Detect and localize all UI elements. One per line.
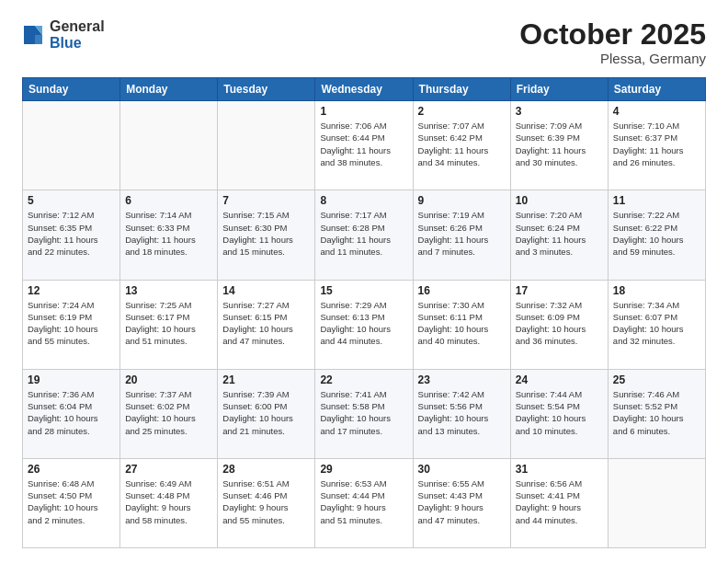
calendar-week-4: 19Sunrise: 7:36 AM Sunset: 6:04 PM Dayli… <box>23 369 706 458</box>
day-number: 12 <box>28 284 115 297</box>
calendar-cell: 15Sunrise: 7:29 AM Sunset: 6:13 PM Dayli… <box>315 280 413 369</box>
day-number: 26 <box>28 463 115 476</box>
day-number: 6 <box>125 194 212 207</box>
day-info: Sunrise: 7:19 AM Sunset: 6:26 PM Dayligh… <box>418 209 506 258</box>
calendar-cell <box>218 101 315 190</box>
logo: General Blue <box>22 18 105 51</box>
day-number: 19 <box>28 373 115 386</box>
day-number: 22 <box>320 373 407 386</box>
day-number: 25 <box>613 373 700 386</box>
day-number: 11 <box>613 194 700 207</box>
day-number: 18 <box>613 284 700 297</box>
day-info: Sunrise: 7:12 AM Sunset: 6:35 PM Dayligh… <box>28 209 115 258</box>
day-info: Sunrise: 7:39 AM Sunset: 6:00 PM Dayligh… <box>222 388 310 437</box>
day-info: Sunrise: 7:37 AM Sunset: 6:02 PM Dayligh… <box>125 388 212 437</box>
calendar-cell: 16Sunrise: 7:30 AM Sunset: 6:11 PM Dayli… <box>413 280 510 369</box>
day-info: Sunrise: 6:49 AM Sunset: 4:48 PM Dayligh… <box>125 477 212 526</box>
logo-blue-text: Blue <box>50 35 105 52</box>
calendar-cell: 24Sunrise: 7:44 AM Sunset: 5:54 PM Dayli… <box>510 369 608 458</box>
calendar-cell: 10Sunrise: 7:20 AM Sunset: 6:24 PM Dayli… <box>510 190 608 280</box>
logo-general-text: General <box>50 18 105 35</box>
day-info: Sunrise: 7:36 AM Sunset: 6:04 PM Dayligh… <box>28 388 115 437</box>
day-number: 3 <box>516 105 603 118</box>
day-number: 9 <box>418 194 506 207</box>
day-info: Sunrise: 7:14 AM Sunset: 6:33 PM Dayligh… <box>125 209 212 258</box>
calendar-week-5: 26Sunrise: 6:48 AM Sunset: 4:50 PM Dayli… <box>23 458 706 547</box>
logo-text: General Blue <box>50 18 105 51</box>
day-info: Sunrise: 7:06 AM Sunset: 6:44 PM Dayligh… <box>320 120 407 168</box>
calendar-cell: 7Sunrise: 7:15 AM Sunset: 6:30 PM Daylig… <box>218 190 315 280</box>
day-number: 24 <box>516 373 603 386</box>
day-info: Sunrise: 6:55 AM Sunset: 4:43 PM Dayligh… <box>418 477 506 526</box>
day-info: Sunrise: 6:51 AM Sunset: 4:46 PM Dayligh… <box>222 477 310 526</box>
svg-marker-2 <box>35 35 42 44</box>
calendar-cell: 6Sunrise: 7:14 AM Sunset: 6:33 PM Daylig… <box>120 190 218 280</box>
day-number: 30 <box>418 463 506 476</box>
day-number: 23 <box>418 373 506 386</box>
calendar-cell: 3Sunrise: 7:09 AM Sunset: 6:39 PM Daylig… <box>510 101 608 190</box>
day-number: 5 <box>28 194 115 207</box>
day-info: Sunrise: 7:41 AM Sunset: 5:58 PM Dayligh… <box>320 388 407 437</box>
weekday-header-row: SundayMondayTuesdayWednesdayThursdayFrid… <box>23 78 706 101</box>
calendar-cell: 1Sunrise: 7:06 AM Sunset: 6:44 PM Daylig… <box>315 101 413 190</box>
day-number: 10 <box>516 194 603 207</box>
day-info: Sunrise: 7:24 AM Sunset: 6:19 PM Dayligh… <box>28 299 115 348</box>
day-info: Sunrise: 7:09 AM Sunset: 6:39 PM Dayligh… <box>516 120 603 168</box>
day-info: Sunrise: 7:07 AM Sunset: 6:42 PM Dayligh… <box>418 120 506 168</box>
weekday-header-sunday: Sunday <box>23 78 120 101</box>
calendar-week-1: 1Sunrise: 7:06 AM Sunset: 6:44 PM Daylig… <box>23 101 706 190</box>
day-number: 31 <box>516 463 603 476</box>
calendar-cell: 23Sunrise: 7:42 AM Sunset: 5:56 PM Dayli… <box>413 369 510 458</box>
calendar-cell: 4Sunrise: 7:10 AM Sunset: 6:37 PM Daylig… <box>608 101 705 190</box>
calendar-cell: 17Sunrise: 7:32 AM Sunset: 6:09 PM Dayli… <box>510 280 608 369</box>
day-number: 8 <box>320 194 407 207</box>
calendar-cell: 18Sunrise: 7:34 AM Sunset: 6:07 PM Dayli… <box>608 280 705 369</box>
day-info: Sunrise: 7:20 AM Sunset: 6:24 PM Dayligh… <box>516 209 603 258</box>
calendar-cell: 19Sunrise: 7:36 AM Sunset: 6:04 PM Dayli… <box>23 369 120 458</box>
day-info: Sunrise: 7:27 AM Sunset: 6:15 PM Dayligh… <box>222 299 310 348</box>
day-number: 13 <box>125 284 212 297</box>
day-info: Sunrise: 7:25 AM Sunset: 6:17 PM Dayligh… <box>125 299 212 348</box>
calendar-cell: 26Sunrise: 6:48 AM Sunset: 4:50 PM Dayli… <box>23 458 120 547</box>
calendar-cell: 20Sunrise: 7:37 AM Sunset: 6:02 PM Dayli… <box>120 369 218 458</box>
day-info: Sunrise: 7:42 AM Sunset: 5:56 PM Dayligh… <box>418 388 506 437</box>
day-info: Sunrise: 7:30 AM Sunset: 6:11 PM Dayligh… <box>418 299 506 348</box>
calendar-cell: 30Sunrise: 6:55 AM Sunset: 4:43 PM Dayli… <box>413 458 510 547</box>
day-number: 16 <box>418 284 506 297</box>
day-info: Sunrise: 7:44 AM Sunset: 5:54 PM Dayligh… <box>516 388 603 437</box>
day-info: Sunrise: 7:34 AM Sunset: 6:07 PM Dayligh… <box>613 299 700 348</box>
calendar-cell <box>23 101 120 190</box>
day-number: 14 <box>222 284 310 297</box>
calendar-cell <box>608 458 705 547</box>
weekday-header-thursday: Thursday <box>413 78 510 101</box>
day-info: Sunrise: 6:53 AM Sunset: 4:44 PM Dayligh… <box>320 477 407 526</box>
day-number: 15 <box>320 284 407 297</box>
day-info: Sunrise: 7:10 AM Sunset: 6:37 PM Dayligh… <box>613 120 700 168</box>
calendar-cell: 11Sunrise: 7:22 AM Sunset: 6:22 PM Dayli… <box>608 190 705 280</box>
weekday-header-tuesday: Tuesday <box>218 78 315 101</box>
day-info: Sunrise: 7:15 AM Sunset: 6:30 PM Dayligh… <box>222 209 310 258</box>
weekday-header-saturday: Saturday <box>608 78 705 101</box>
day-number: 27 <box>125 463 212 476</box>
calendar-cell: 21Sunrise: 7:39 AM Sunset: 6:00 PM Dayli… <box>218 369 315 458</box>
logo-icon <box>22 22 44 48</box>
calendar-week-2: 5Sunrise: 7:12 AM Sunset: 6:35 PM Daylig… <box>23 190 706 280</box>
title-block: October 2025 Plessa, Germany <box>519 18 706 66</box>
calendar-cell <box>120 101 218 190</box>
day-number: 21 <box>222 373 310 386</box>
location-text: Plessa, Germany <box>519 51 706 66</box>
calendar-cell: 8Sunrise: 7:17 AM Sunset: 6:28 PM Daylig… <box>315 190 413 280</box>
calendar-cell: 31Sunrise: 6:56 AM Sunset: 4:41 PM Dayli… <box>510 458 608 547</box>
day-info: Sunrise: 7:22 AM Sunset: 6:22 PM Dayligh… <box>613 209 700 258</box>
day-info: Sunrise: 7:29 AM Sunset: 6:13 PM Dayligh… <box>320 299 407 348</box>
day-number: 1 <box>320 105 407 118</box>
day-info: Sunrise: 6:48 AM Sunset: 4:50 PM Dayligh… <box>28 477 115 526</box>
calendar-cell: 12Sunrise: 7:24 AM Sunset: 6:19 PM Dayli… <box>23 280 120 369</box>
calendar-cell: 22Sunrise: 7:41 AM Sunset: 5:58 PM Dayli… <box>315 369 413 458</box>
day-number: 4 <box>613 105 700 118</box>
weekday-header-wednesday: Wednesday <box>315 78 413 101</box>
day-info: Sunrise: 6:56 AM Sunset: 4:41 PM Dayligh… <box>516 477 603 526</box>
day-number: 28 <box>222 463 310 476</box>
calendar-cell: 27Sunrise: 6:49 AM Sunset: 4:48 PM Dayli… <box>120 458 218 547</box>
calendar-cell: 25Sunrise: 7:46 AM Sunset: 5:52 PM Dayli… <box>608 369 705 458</box>
